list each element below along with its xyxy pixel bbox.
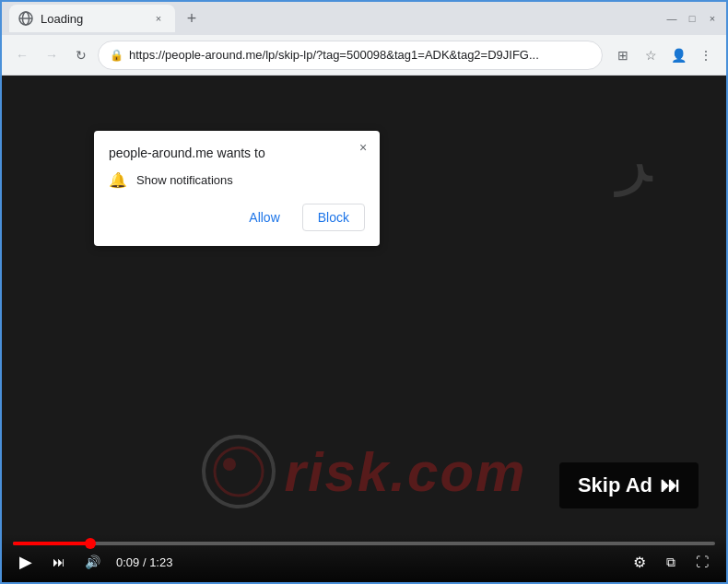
watermark-globe-icon [211, 444, 266, 499]
progress-fill [13, 542, 90, 545]
skip-ad-icon: ⏭ [660, 473, 680, 497]
refresh-button[interactable]: ↻ [68, 42, 94, 68]
watermark-logo: risk.com [202, 435, 527, 508]
popup-title: people-around.me wants to [109, 146, 365, 160]
page-content: risk.com ﺮ Skip Ad ⏭ ▶ ⏭ 🔊 0:09 / 1:23 ⚙ [2, 76, 726, 582]
maximize-button[interactable]: □ [686, 12, 699, 25]
active-tab[interactable]: Loading × [9, 5, 175, 32]
svg-point-4 [223, 458, 236, 471]
progress-dot [85, 538, 96, 549]
popup-close-button[interactable]: × [354, 138, 372, 157]
watermark-circle [202, 435, 276, 508]
popup-buttons: Allow Block [109, 204, 365, 231]
tab-title: Loading [41, 12, 144, 26]
next-button[interactable]: ⏭ [46, 549, 72, 575]
time-display: 0:09 / 1:23 [116, 555, 172, 569]
popup-notification-text: Show notifications [136, 173, 233, 187]
miniplayer-button[interactable]: ⧉ [658, 549, 684, 575]
controls-row: ▶ ⏭ 🔊 0:09 / 1:23 ⚙ ⧉ ⛶ [13, 549, 715, 575]
new-tab-button[interactable]: + [179, 6, 205, 31]
progress-bar[interactable] [13, 542, 715, 545]
fullscreen-button[interactable]: ⛶ [689, 549, 715, 575]
window-controls: — □ × [665, 12, 719, 25]
address-bar[interactable]: 🔒 https://people-around.me/lp/skip-lp/?t… [98, 41, 603, 70]
forward-button[interactable]: → [39, 42, 65, 68]
close-window-button[interactable]: × [706, 12, 719, 25]
settings-button[interactable]: ⚙ [627, 549, 652, 575]
extensions-button[interactable]: ⊞ [610, 42, 636, 68]
address-bar-row: ← → ↻ 🔒 https://people-around.me/lp/skip… [2, 35, 726, 76]
tab-favicon-icon [18, 11, 33, 26]
browser-window: Loading × + — □ × ← → ↻ 🔒 https://people… [0, 0, 728, 584]
tab-bar: Loading × + — □ × [2, 2, 726, 35]
minimize-button[interactable]: — [665, 12, 678, 25]
toolbar-icons: ⊞ ☆ 👤 ⋮ [610, 42, 719, 68]
arabic-watermark: ﺮ [616, 122, 652, 197]
url-text: https://people-around.me/lp/skip-lp/?tag… [129, 48, 591, 62]
back-button[interactable]: ← [9, 42, 35, 68]
skip-ad-label: Skip Ad [578, 473, 652, 497]
volume-button[interactable]: 🔊 [79, 549, 105, 575]
allow-button[interactable]: Allow [234, 204, 294, 231]
menu-button[interactable]: ⋮ [693, 42, 719, 68]
svg-point-3 [215, 448, 263, 496]
play-button[interactable]: ▶ [13, 549, 39, 575]
popup-notification-row: 🔔 Show notifications [109, 171, 365, 189]
watermark-text: risk.com [285, 440, 527, 504]
notification-popup: × people-around.me wants to 🔔 Show notif… [94, 131, 380, 246]
block-button[interactable]: Block [302, 204, 365, 231]
bell-icon: 🔔 [109, 171, 127, 189]
skip-ad-button[interactable]: Skip Ad ⏭ [559, 462, 699, 508]
lock-icon: 🔒 [110, 49, 123, 62]
tab-close-button[interactable]: × [151, 11, 166, 26]
profile-button[interactable]: 👤 [665, 42, 691, 68]
video-controls: ▶ ⏭ 🔊 0:09 / 1:23 ⚙ ⧉ ⛶ [2, 534, 726, 582]
bookmark-button[interactable]: ☆ [638, 42, 663, 68]
right-controls: ⚙ ⧉ ⛶ [627, 549, 715, 575]
